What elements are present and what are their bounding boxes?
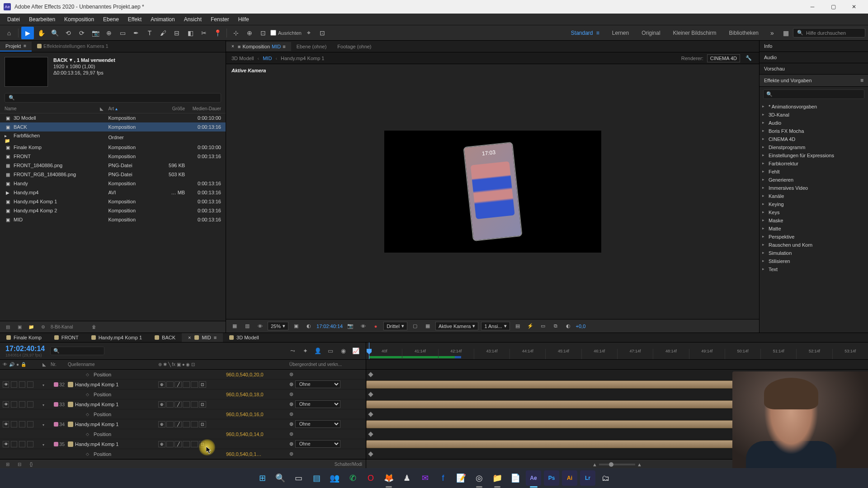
layer-row[interactable]: 👁▾32Handy.mp4 Komp 1⊕╱⊡⊚Ohne xyxy=(0,380,366,389)
taskbar-lr[interactable]: Lr xyxy=(580,470,595,486)
effect-category[interactable]: * Animationsvorgaben xyxy=(760,103,868,111)
effect-category[interactable]: Rauschen und Korn xyxy=(760,241,868,249)
effects-search[interactable]: 🔍 xyxy=(763,89,864,99)
effect-category[interactable]: Text xyxy=(760,265,868,273)
project-item[interactable]: ▦FRONT_1840886.pngPNG-Datei596 KB xyxy=(0,161,226,170)
mask-icon[interactable]: 👁 xyxy=(255,321,265,331)
layer-row[interactable]: 👁▾33Handy.mp4 Komp 1⊕╱⊡⊚Ohne xyxy=(0,399,366,409)
col-source-name[interactable]: Quellenname xyxy=(68,362,158,367)
property-row[interactable]: Position960,0,540,0,20,0⊚ xyxy=(0,370,366,380)
menu-komposition[interactable]: Komposition xyxy=(60,14,99,24)
workspace-lernen[interactable]: Lernen xyxy=(606,28,635,38)
pixel-aspect-icon[interactable]: ▤ xyxy=(513,321,523,331)
effect-category[interactable]: Farbkorrektur xyxy=(760,160,868,168)
parent-select[interactable]: Ohne xyxy=(295,440,340,448)
region-icon[interactable]: ▢ xyxy=(410,321,420,331)
view-select[interactable]: Aktive Kamera ▾ xyxy=(435,322,479,330)
effects-presets-header[interactable]: Effekte und Vorgaben≡ xyxy=(760,75,868,87)
hand-tool[interactable]: ✋ xyxy=(35,27,47,39)
view-axis-icon[interactable]: ⊡ xyxy=(257,27,269,39)
switches-modes-label[interactable]: Schalter/Modi xyxy=(335,462,362,467)
property-row[interactable]: Position960,0,540,0,16,0⊚ xyxy=(0,409,366,419)
menu-fenster[interactable]: Fenster xyxy=(206,14,234,24)
taskbar-teams[interactable]: 👥 xyxy=(327,470,342,486)
align-checkbox[interactable]: Ausrichten xyxy=(270,30,302,36)
taskbar-explorer[interactable]: 📁 xyxy=(490,470,505,486)
effect-category[interactable]: Perspektive xyxy=(760,233,868,241)
parent-select[interactable]: Ohne xyxy=(295,400,340,408)
roto-tool[interactable]: ✂ xyxy=(198,27,210,39)
breadcrumb-2[interactable]: Handy.mp4 Komp 1 xyxy=(281,56,324,61)
effect-category[interactable]: Stilisieren xyxy=(760,257,868,265)
breadcrumb-0[interactable]: 3D Modell xyxy=(231,56,254,61)
taskbar-widgets[interactable]: ▤ xyxy=(309,470,324,486)
new-folder-icon[interactable]: 📁 xyxy=(27,323,35,331)
graph-editor-icon[interactable]: 📈 xyxy=(351,347,360,356)
taskbar-facebook[interactable]: f xyxy=(435,470,451,486)
project-item[interactable]: ▣Finale KompKomposition0:00:10:00 xyxy=(0,143,226,152)
workspace-kleiner-bildschirm[interactable]: Kleiner Bildschirm xyxy=(667,28,723,38)
layer-row[interactable]: 👁▾34Handy.mp4 Komp 1⊕╱⊡⊚Ohne xyxy=(0,419,366,429)
menu-effekt[interactable]: Effekt xyxy=(123,14,146,24)
project-search[interactable]: 🔍 xyxy=(5,93,221,103)
taskbar-app2[interactable]: 🗂 xyxy=(598,470,613,486)
taskbar-start[interactable]: ⊞ xyxy=(255,470,270,486)
frame-blend-icon[interactable]: ▭ xyxy=(326,347,335,356)
channel-icon[interactable]: ◐ xyxy=(304,321,314,331)
workspace-original[interactable]: Original xyxy=(635,28,666,38)
interpret-footage-icon[interactable]: ▤ xyxy=(4,323,12,331)
timeline-tab[interactable]: Finale Komp xyxy=(0,333,48,342)
shape-tool[interactable]: ▭ xyxy=(116,27,129,39)
effect-controls-tab[interactable]: Effekteinstellungen Kamera 1 xyxy=(32,42,114,52)
timeline-search[interactable]: 🔍 xyxy=(50,347,104,355)
grid-icon[interactable]: ▥ xyxy=(242,321,252,331)
pan-behind-tool[interactable]: ⊕ xyxy=(103,27,115,39)
timeline-tab[interactable]: 3D Modell xyxy=(223,333,265,342)
fast-preview-icon[interactable]: ⚡ xyxy=(525,321,535,331)
comp-tab[interactable]: Footage (ohne) xyxy=(332,42,377,51)
effect-category[interactable]: Keying xyxy=(760,200,868,208)
mag-icon[interactable]: ▦ xyxy=(230,321,240,331)
effect-category[interactable]: Matte xyxy=(760,225,868,233)
taskbar-app1[interactable]: ♟ xyxy=(399,470,415,486)
type-tool[interactable]: T xyxy=(143,27,156,39)
effect-category[interactable]: CINEMA 4D xyxy=(760,135,868,143)
home-icon[interactable]: ⌂ xyxy=(3,27,15,39)
taskbar-obs[interactable]: ◎ xyxy=(472,470,487,486)
pen-tool[interactable]: ✒ xyxy=(130,27,142,39)
layer-row[interactable]: 👁▾35Handy.mp4 Komp 1⊕╱⊡⊚Ohne xyxy=(0,439,366,449)
motion-blur-icon[interactable]: ◉ xyxy=(339,347,348,356)
zoom-select[interactable]: 25% ▾ xyxy=(268,322,288,330)
keyframe-icon[interactable] xyxy=(368,372,373,377)
keyframe-icon[interactable] xyxy=(368,451,373,456)
taskbar-ai[interactable]: Ai xyxy=(562,470,577,486)
effect-category[interactable]: Maske xyxy=(760,216,868,225)
orbit-tool[interactable]: ⟲ xyxy=(62,27,75,39)
taskbar-taskview[interactable]: ▭ xyxy=(291,470,306,486)
timeline-tab[interactable]: BACK xyxy=(148,333,182,342)
zoom-tool[interactable]: 🔍 xyxy=(48,27,61,39)
transparency-icon[interactable]: ▦ xyxy=(423,321,433,331)
parent-select[interactable]: Ohne xyxy=(295,380,340,388)
taskbar-notes[interactable]: 📝 xyxy=(453,470,469,486)
brackets-icon[interactable]: {} xyxy=(27,460,35,469)
trash-icon[interactable]: 🗑 xyxy=(90,323,98,331)
zoom-slider[interactable] xyxy=(599,464,635,465)
parent-select[interactable]: Ohne xyxy=(295,420,340,428)
new-comp-icon[interactable]: ▣ xyxy=(15,323,24,331)
col-name[interactable]: Name xyxy=(5,106,95,111)
viewer-timecode[interactable]: 17:02:40:14 xyxy=(316,324,343,329)
col-parent[interactable]: Übergeordnet und verkn... xyxy=(289,362,362,367)
snap-options-icon[interactable]: ⊡ xyxy=(316,27,329,39)
timeline-timecode[interactable]: 17:02:40:14 xyxy=(5,345,45,353)
renderer-select[interactable]: CINEMA 4D xyxy=(707,54,740,62)
snapping-icon[interactable]: ⌖ xyxy=(302,27,315,39)
project-item[interactable]: ▣Handy.mp4 Komp 2Komposition0:00:13:16 xyxy=(0,206,226,215)
bit-depth-label[interactable]: 8-Bit-Kanal xyxy=(51,324,73,329)
effect-category[interactable]: Immersives Video xyxy=(760,184,868,192)
workspace-standard[interactable]: Standard ≡ xyxy=(565,28,606,38)
keyframe-icon[interactable] xyxy=(368,432,373,436)
comp-tab[interactable]: Ebene (ohne) xyxy=(291,42,332,51)
menu-animation[interactable]: Animation xyxy=(146,14,179,24)
col-duration[interactable]: Medien-Dauer xyxy=(185,106,221,111)
